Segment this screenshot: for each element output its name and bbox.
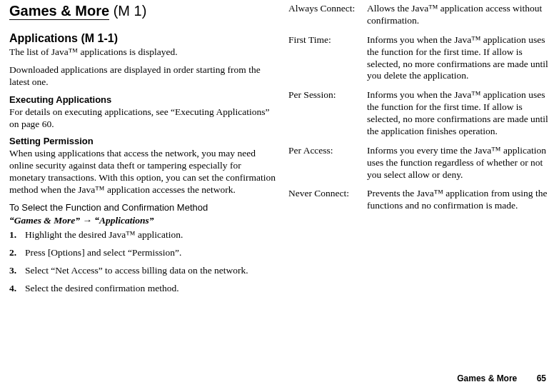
mode-desc: Informs you every time the Java™ applica… xyxy=(367,145,550,189)
chapter-title: Games & More (M 1) xyxy=(9,3,276,19)
steps-list: Highlight the desired Java™ application.… xyxy=(9,229,276,295)
nav-path: “Games & More” → “Applications” xyxy=(9,215,276,226)
mode-term: First Time: xyxy=(288,34,367,90)
permission-heading: Setting Permission xyxy=(9,136,276,146)
permission-body: When using applications that access the … xyxy=(9,148,276,196)
mode-term: Always Connect: xyxy=(288,3,367,34)
table-row: Per Session: Informs you when the Java™ … xyxy=(288,89,550,145)
chapter-tag: (M 1) xyxy=(114,3,147,19)
table-row: First Time: Informs you when the Java™ a… xyxy=(288,34,550,90)
nav-path-a: “Games & More” xyxy=(9,215,80,226)
step-item: Press [Options] and select “Permission”. xyxy=(25,247,276,259)
page-container: Games & More (M 1) Applications (M 1-1) … xyxy=(0,0,559,303)
table-row: Per Access: Informs you every time the J… xyxy=(288,145,550,189)
mode-term: Per Session: xyxy=(288,89,367,145)
step-item: Highlight the desired Java™ application. xyxy=(25,229,276,241)
section-title: Applications (M 1-1) xyxy=(9,32,276,45)
page-footer: Games & More 65 xyxy=(457,373,546,383)
section-tag: (M 1-1) xyxy=(81,32,118,44)
mode-term: Never Connect: xyxy=(288,188,367,219)
section-title-text: Applications xyxy=(9,32,78,44)
mode-desc: Prevents the Java™ application from usin… xyxy=(367,188,550,219)
chapter-title-text: Games & More xyxy=(9,3,109,20)
mode-desc: Informs you when the Java™ application u… xyxy=(367,34,550,90)
executing-heading: Executing Applications xyxy=(9,94,276,105)
table-row: Always Connect: Allows the Java™ applica… xyxy=(288,3,550,34)
mode-desc: Informs you when the Java™ application u… xyxy=(367,89,550,145)
select-function-heading: To Select the Function and Confirmation … xyxy=(9,202,276,213)
mode-desc: Allows the Java™ application access with… xyxy=(367,3,550,34)
confirmation-modes-table: Always Connect: Allows the Java™ applica… xyxy=(288,3,550,219)
footer-label: Games & More xyxy=(457,373,517,383)
right-column: Always Connect: Allows the Java™ applica… xyxy=(286,0,559,303)
step-item: Select the desired confirmation method. xyxy=(25,283,276,295)
executing-body: For details on executing applications, s… xyxy=(9,106,276,131)
nav-path-b: “Applications” xyxy=(94,215,153,226)
arrow-icon: → xyxy=(82,215,94,226)
left-column: Games & More (M 1) Applications (M 1-1) … xyxy=(0,0,286,303)
step-item: Select “Net Access” to access billing da… xyxy=(25,265,276,277)
page-number: 65 xyxy=(537,373,546,383)
section-intro-2: Downloaded applications are displayed in… xyxy=(9,64,276,89)
section-intro-1: The list of Java™ applications is displa… xyxy=(9,46,276,59)
table-row: Never Connect: Prevents the Java™ applic… xyxy=(288,188,550,219)
mode-term: Per Access: xyxy=(288,145,367,189)
